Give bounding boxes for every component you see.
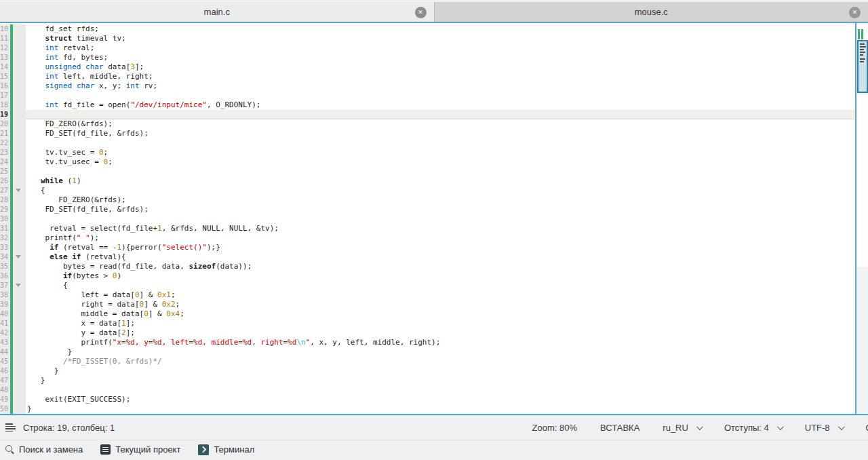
code-line[interactable]: 35 bytes = read(fd_file, data, sizeof(da… xyxy=(0,262,855,271)
code-line[interactable]: 13 int fd, bytes; xyxy=(0,53,855,62)
code-line[interactable]: 25 xyxy=(0,167,855,176)
code-text: while (1) xyxy=(26,176,855,186)
close-icon[interactable] xyxy=(849,7,861,18)
tab-label: mouse.c xyxy=(435,7,868,17)
code-line[interactable]: 46 } xyxy=(0,366,855,376)
code-line[interactable]: 47 } xyxy=(0,376,855,385)
code-line[interactable]: 23 tv.tv_sec = 0; xyxy=(0,148,855,157)
encoding-select[interactable]: UTF-8 xyxy=(805,423,843,433)
code-line[interactable]: 39 right = data[0] & 0x2; xyxy=(0,300,855,309)
code-line[interactable]: 32 printf(" "); xyxy=(0,233,855,243)
fold-column xyxy=(13,347,26,357)
minimap-scrollbar[interactable] xyxy=(856,23,868,414)
fold-marker[interactable] xyxy=(13,281,26,290)
fold-column xyxy=(13,395,26,404)
code-line[interactable]: 11 struct timeval tv; xyxy=(0,34,855,43)
terminal-button[interactable]: Терминал xyxy=(198,444,254,455)
line-number: 21 xyxy=(0,129,10,138)
code-line[interactable]: 16 signed char x, y; int rv; xyxy=(0,81,855,91)
tab-mouse-c[interactable]: mouse.c xyxy=(434,2,868,22)
code-text: else if (retval){ xyxy=(26,252,855,262)
code-line[interactable]: 26 while (1) xyxy=(0,176,855,186)
code-text: bytes = read(fd_file, data, sizeof(data)… xyxy=(26,262,855,271)
code-line[interactable]: 24 tv.tv_usec = 0; xyxy=(0,157,855,167)
code-text: { xyxy=(26,281,855,290)
button-label: Поиск и замена xyxy=(19,444,83,455)
code-line[interactable]: 42 y = data[2]; xyxy=(0,328,855,338)
code-line[interactable]: 31 retval = select(fd_file+1, &rfds, NUL… xyxy=(0,224,855,233)
code-line[interactable]: 50} xyxy=(0,404,855,414)
code-line[interactable]: 30 xyxy=(0,214,855,224)
indentation-select[interactable]: Отступы: 4 xyxy=(724,423,782,433)
search-icon xyxy=(5,445,14,454)
fold-column xyxy=(13,176,26,186)
code-line[interactable]: 10 fd_set rfds; xyxy=(0,24,855,34)
code-line[interactable]: 38 left = data[0] & 0x1; xyxy=(0,290,855,300)
code-line[interactable]: 45 /*FD_ISSET(0, &rfds)*/ xyxy=(0,357,855,366)
code-line[interactable]: 44 } xyxy=(0,347,855,357)
code-line[interactable]: 18 int fd_file = open("/dev/input/mice",… xyxy=(0,100,855,110)
code-line[interactable]: 33 if (retval == -1){perror("select()");… xyxy=(0,243,855,252)
code-text xyxy=(26,385,855,395)
minimap-view-region[interactable] xyxy=(857,40,868,93)
code-line[interactable]: 12 int retval; xyxy=(0,43,855,53)
line-number: 25 xyxy=(0,167,10,176)
code-line[interactable]: 14 unsigned char data[3]; xyxy=(0,62,855,72)
line-number: 30 xyxy=(0,214,10,224)
line-number: 29 xyxy=(0,205,10,214)
code-text xyxy=(26,138,855,148)
code-line[interactable]: 43 printf("x=%d, y=%d, left=%d, middle=%… xyxy=(0,338,855,347)
tab-label: main.c xyxy=(0,7,434,17)
code-line[interactable]: 40 middle = data[0] & 0x4; xyxy=(0,309,855,319)
code-line[interactable]: 36 if(bytes > 0) xyxy=(0,271,855,281)
tab-main-c[interactable]: main.c xyxy=(0,2,434,22)
code-line[interactable]: 21 FD_SET(fd_file, &rfds); xyxy=(0,129,855,138)
input-mode[interactable]: ВСТАВКА xyxy=(600,423,639,433)
encoding-value: UTF-8 xyxy=(805,423,830,433)
cursor-position[interactable]: Строка: 19, столбец: 1 xyxy=(23,423,115,433)
fold-column xyxy=(13,62,26,72)
line-number: 11 xyxy=(0,34,10,43)
fold-column xyxy=(13,81,26,91)
fold-column xyxy=(13,148,26,157)
fold-column xyxy=(13,195,26,205)
line-number: 14 xyxy=(0,62,10,72)
code-line[interactable]: 49 exit(EXIT_SUCCESS); xyxy=(0,395,855,404)
code-line[interactable]: 37 { xyxy=(0,281,855,290)
fold-marker[interactable] xyxy=(13,252,26,262)
fold-column xyxy=(13,338,26,347)
dictionary-value: ru_RU xyxy=(663,423,688,433)
fold-column xyxy=(13,119,26,129)
project-icon xyxy=(100,444,111,455)
fold-column xyxy=(13,328,26,338)
code-line[interactable]: 19 xyxy=(0,110,855,119)
code-line[interactable]: 29 FD_SET(fd_file, &rfds); xyxy=(0,205,855,214)
syntax-mode[interactable]: C xyxy=(866,423,868,433)
line-number: 45 xyxy=(0,357,10,366)
close-icon[interactable] xyxy=(415,7,427,18)
code-lines[interactable]: 10 fd_set rfds;11 struct timeval tv;12 i… xyxy=(0,23,856,414)
fold-column xyxy=(13,290,26,300)
code-text: FD_SET(fd_file, &rfds); xyxy=(26,205,855,214)
fold-column xyxy=(13,271,26,281)
line-number: 31 xyxy=(0,224,10,233)
code-line[interactable]: 34 else if (retval){ xyxy=(0,252,855,262)
code-line[interactable]: 48 xyxy=(0,385,855,395)
search-and-replace-button[interactable]: Поиск и замена xyxy=(5,444,83,455)
line-number: 20 xyxy=(0,119,10,129)
line-number: 48 xyxy=(0,385,10,395)
line-number: 15 xyxy=(0,72,10,81)
code-line[interactable]: 41 x = data[1]; xyxy=(0,319,855,328)
code-line[interactable]: 17 xyxy=(0,91,855,100)
terminal-icon xyxy=(198,444,209,455)
code-line[interactable]: 28 FD_ZERO(&rfds); xyxy=(0,195,855,205)
current-project-button[interactable]: Текущий проект xyxy=(100,444,180,455)
dictionary-select[interactable]: ru_RU xyxy=(663,423,701,433)
code-line[interactable]: 15 int left, middle, right; xyxy=(0,72,855,81)
code-line[interactable]: 27 { xyxy=(0,186,855,195)
code-text: } xyxy=(26,347,855,357)
zoom-level[interactable]: Zoom: 80% xyxy=(532,423,577,433)
code-line[interactable]: 20 FD_ZERO(&rfds); xyxy=(0,119,855,129)
code-line[interactable]: 22 xyxy=(0,138,855,148)
fold-marker[interactable] xyxy=(13,186,26,195)
